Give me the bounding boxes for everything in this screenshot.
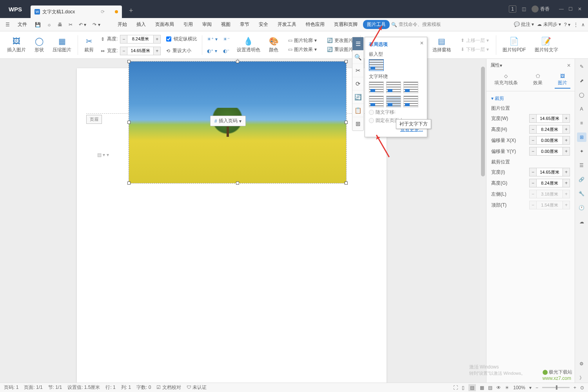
menu-start[interactable]: 开始: [114, 20, 131, 29]
sb-cert[interactable]: 🛡 未认证: [187, 384, 207, 391]
panel-close-icon[interactable]: ✕: [567, 63, 571, 68]
rb-link-icon[interactable]: 🔗: [577, 175, 586, 184]
more-icon[interactable]: ⋮: [573, 22, 578, 27]
float-replace-button[interactable]: 🔄: [352, 91, 363, 104]
change-image-button[interactable]: 🔄更改图片: [325, 36, 356, 45]
scrollbar-thumb[interactable]: [481, 67, 485, 176]
save-icon[interactable]: 💾: [33, 20, 43, 29]
document-tab[interactable]: W 文字文稿1.docx ⟳: [31, 5, 122, 18]
rb-collapse-icon[interactable]: 》: [577, 373, 586, 383]
float-more-button[interactable]: ⊞: [352, 117, 363, 131]
rb-cloud-icon[interactable]: ☁: [577, 217, 586, 227]
width-value[interactable]: [127, 47, 153, 55]
sb-spellcheck[interactable]: ☑ 文档校对: [156, 384, 181, 391]
user-account[interactable]: 香香: [532, 5, 550, 13]
menu-insert[interactable]: 插入: [132, 20, 150, 29]
menu-security[interactable]: 安全: [255, 20, 272, 29]
height-g-input[interactable]: −+: [529, 179, 570, 187]
resize-handle-bl[interactable]: [127, 181, 131, 185]
width-decrease[interactable]: −: [120, 47, 127, 55]
vertical-scrollbar[interactable]: [480, 59, 486, 383]
notification-badge[interactable]: 1: [509, 5, 516, 13]
brightness-down-icon[interactable]: ☀⁻: [223, 36, 230, 42]
sb-pagecode[interactable]: 页码: 1: [4, 384, 18, 391]
rb-shape-icon[interactable]: ◯: [577, 90, 586, 100]
reset-size-button[interactable]: ⟲重设大小: [166, 45, 197, 56]
layout-front-text[interactable]: [403, 96, 418, 107]
help-icon[interactable]: ? ▾: [564, 22, 570, 27]
rb-properties-icon[interactable]: ⊞: [577, 132, 586, 142]
collapse-ribbon-icon[interactable]: ∧: [581, 22, 585, 27]
undo-icon[interactable]: ↶ ▾: [76, 20, 89, 29]
layout-square[interactable]: [369, 82, 384, 93]
sb-page[interactable]: 页面: 1/1: [24, 384, 42, 391]
resize-handle-tr[interactable]: [345, 60, 348, 63]
sb-focus-icon[interactable]: ☀: [505, 385, 509, 390]
rb-style-icon[interactable]: ≡: [577, 118, 586, 128]
crop-button[interactable]: ✂裁剪: [80, 35, 98, 55]
rb-settings-icon[interactable]: ⚙: [577, 359, 586, 368]
hamburger-icon[interactable]: ☰: [3, 20, 12, 29]
sb-fit-icon[interactable]: ⊙: [580, 385, 584, 390]
popover-close-icon[interactable]: ✕: [420, 40, 424, 46]
gutter-icon-2[interactable]: ▾: [107, 152, 109, 158]
resize-handle-t[interactable]: [236, 60, 239, 63]
move-with-text-radio[interactable]: 随文字移动: [369, 109, 423, 116]
cut-icon[interactable]: ✂: [66, 20, 75, 29]
height-increase[interactable]: +: [153, 35, 160, 43]
compress-button[interactable]: ▦压缩图片: [49, 35, 75, 55]
menu-devtools[interactable]: 开发工具: [274, 20, 300, 29]
layout-inline[interactable]: [369, 59, 384, 71]
crop-section-toggle[interactable]: ▾ 裁剪: [491, 95, 570, 102]
sb-words[interactable]: 字数: 0: [136, 384, 151, 391]
height-value[interactable]: [127, 35, 153, 43]
layout-tight[interactable]: [386, 82, 401, 93]
sb-webmode-icon[interactable]: ▦: [480, 385, 484, 390]
layout-behind-text[interactable]: [386, 96, 401, 107]
skin-icon[interactable]: ◫: [522, 6, 526, 12]
float-crop-button[interactable]: ✂: [352, 64, 363, 77]
insert-image-button[interactable]: 🖼插入图片: [3, 35, 30, 55]
left-l-input[interactable]: −+: [529, 190, 570, 198]
minimize-icon[interactable]: —: [559, 6, 564, 12]
layout-topbottom[interactable]: [369, 96, 384, 107]
sb-readmode-icon[interactable]: ▯: [462, 385, 465, 390]
sb-zoom-out[interactable]: −: [535, 385, 538, 390]
sb-zoom-slider[interactable]: [542, 387, 570, 388]
rb-text-icon[interactable]: A: [577, 104, 586, 114]
resize-handle-l[interactable]: [127, 121, 131, 124]
sb-col[interactable]: 列: 1: [121, 384, 131, 391]
tab-fill-line[interactable]: ◇填充与线条: [491, 72, 521, 89]
tab-refresh-icon[interactable]: ⟳: [101, 9, 105, 15]
menu-view[interactable]: 视图: [217, 20, 234, 29]
layout-through[interactable]: [403, 82, 418, 93]
print-icon[interactable]: 🖶: [55, 20, 65, 29]
width-input[interactable]: − +: [120, 47, 161, 55]
height-h-input[interactable]: −+: [529, 125, 570, 134]
color-button[interactable]: 🎨颜色: [265, 35, 283, 55]
rb-spanner-icon[interactable]: 🔧: [577, 189, 586, 198]
width-increase[interactable]: +: [153, 47, 160, 55]
height-decrease[interactable]: −: [120, 35, 127, 43]
menu-review[interactable]: 审阅: [198, 20, 216, 29]
resize-handle-br[interactable]: [345, 181, 348, 185]
maximize-icon[interactable]: ☐: [568, 6, 574, 12]
resize-handle-r[interactable]: [345, 121, 348, 124]
rb-clock-icon[interactable]: 🕐: [577, 203, 586, 212]
contrast-icon[interactable]: ◐⁺ ▾: [207, 48, 217, 54]
top-t-input[interactable]: −+: [529, 201, 570, 209]
annotate-button[interactable]: 💬 批注 ▾: [514, 21, 534, 28]
rb-select-icon[interactable]: ⬈: [577, 76, 586, 85]
menu-headerfooter[interactable]: 页眉和页脚: [330, 20, 361, 29]
menu-reference[interactable]: 引用: [180, 20, 197, 29]
sb-zoom[interactable]: 100%: [513, 385, 525, 390]
effect-button[interactable]: ▭图片效果 ▾: [286, 45, 319, 54]
sync-status[interactable]: ☁ 未同步 ▾: [537, 21, 561, 28]
to-text-button[interactable]: 📝图片转文字: [531, 35, 562, 55]
transparency-button[interactable]: 💧设置透明色: [233, 35, 264, 55]
print-preview-icon[interactable]: ☼: [45, 20, 54, 29]
height-input[interactable]: − +: [120, 35, 161, 44]
sb-row[interactable]: 行: 1: [105, 384, 115, 391]
insert-pagenum-button[interactable]: # 插入页码 ▾: [210, 116, 246, 126]
sb-fullscreen-icon[interactable]: ⛶: [453, 385, 458, 390]
